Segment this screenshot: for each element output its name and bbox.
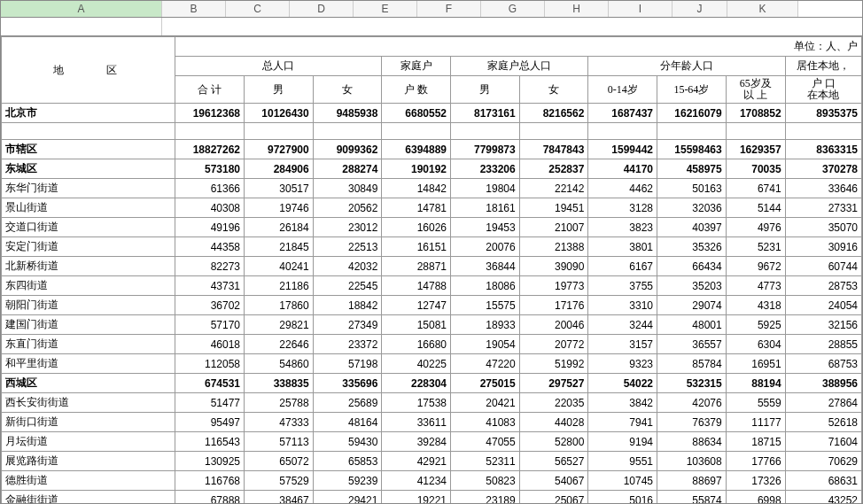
cell-value[interactable]: 18827262 (175, 140, 245, 159)
cell-value[interactable] (785, 123, 861, 140)
cell-value[interactable]: 59239 (313, 471, 382, 491)
cell-region[interactable]: 西长安街街道 (2, 393, 175, 413)
cell-value[interactable]: 9099362 (313, 140, 382, 159)
cell-value[interactable]: 65072 (245, 452, 314, 471)
cell-value[interactable]: 17860 (245, 296, 314, 315)
cell-value[interactable]: 41083 (451, 413, 520, 432)
cell-value[interactable]: 57529 (245, 471, 314, 491)
cell-value[interactable]: 14781 (382, 198, 451, 218)
cell-value[interactable]: 70035 (726, 159, 785, 179)
cell-value[interactable]: 27864 (785, 393, 861, 413)
cell-value[interactable]: 65853 (313, 452, 382, 471)
cell-value[interactable]: 7847843 (519, 140, 588, 159)
cell-value[interactable]: 35070 (785, 218, 861, 237)
cell-value[interactable]: 66434 (657, 257, 727, 276)
cell-value[interactable]: 3157 (588, 335, 657, 354)
cell-value[interactable]: 85784 (657, 354, 727, 374)
cell-value[interactable]: 1599442 (588, 140, 657, 159)
cell-value[interactable]: 23372 (313, 335, 382, 354)
cell-value[interactable]: 36702 (175, 296, 245, 315)
cell-value[interactable]: 15598463 (657, 140, 727, 159)
cell-value[interactable]: 9194 (588, 432, 657, 452)
cell-value[interactable]: 16026 (382, 218, 451, 237)
cell-value[interactable]: 30916 (785, 237, 861, 257)
cell-value[interactable]: 3801 (588, 237, 657, 257)
cell-value[interactable]: 8363315 (785, 140, 861, 159)
cell-value[interactable]: 36557 (657, 335, 727, 354)
cell-value[interactable]: 15575 (451, 296, 520, 315)
cell-value[interactable]: 3755 (588, 276, 657, 296)
cell-value[interactable] (313, 123, 382, 140)
cell-value[interactable]: 19746 (245, 198, 314, 218)
cell-value[interactable]: 68631 (785, 471, 861, 491)
cell-value[interactable]: 67888 (175, 491, 245, 503)
cell-region[interactable]: 展览路街道 (2, 452, 175, 471)
cell-value[interactable]: 6680552 (382, 104, 451, 123)
cell-value[interactable]: 9727900 (245, 140, 314, 159)
cell-value[interactable]: 7941 (588, 413, 657, 432)
cell-value[interactable]: 5231 (726, 237, 785, 257)
cell-value[interactable]: 4773 (726, 276, 785, 296)
col-header-H[interactable]: H (545, 1, 609, 17)
cell-value[interactable]: 50163 (657, 179, 727, 198)
cell-value[interactable]: 3244 (588, 315, 657, 335)
cell-value[interactable]: 47055 (451, 432, 520, 452)
cell-value[interactable]: 48001 (657, 315, 727, 335)
cell-value[interactable]: 6998 (726, 491, 785, 503)
cell-value[interactable]: 42921 (382, 452, 451, 471)
cell-value[interactable]: 1687437 (588, 104, 657, 123)
cell-value[interactable]: 20076 (451, 237, 520, 257)
cell-value[interactable]: 8173161 (451, 104, 520, 123)
cell-value[interactable]: 5559 (726, 393, 785, 413)
col-header-K[interactable]: K (727, 1, 798, 17)
cell-region[interactable]: 月坛街道 (2, 432, 175, 452)
cell-value[interactable]: 15081 (382, 315, 451, 335)
cell-region[interactable]: 东四街道 (2, 276, 175, 296)
cell-value[interactable]: 56527 (519, 452, 588, 471)
cell-value[interactable]: 57198 (313, 354, 382, 374)
cell-value[interactable]: 27349 (313, 315, 382, 335)
col-header-D[interactable]: D (290, 1, 354, 17)
cell-value[interactable]: 52800 (519, 432, 588, 452)
cell-value[interactable] (726, 123, 785, 140)
cell-value[interactable]: 10745 (588, 471, 657, 491)
cell-value[interactable]: 19054 (451, 335, 520, 354)
cell-value[interactable]: 19773 (519, 276, 588, 296)
col-header-B[interactable]: B (162, 1, 226, 17)
cell-value[interactable]: 59430 (313, 432, 382, 452)
cell-value[interactable]: 12747 (382, 296, 451, 315)
cell-value[interactable]: 3823 (588, 218, 657, 237)
cell-region[interactable]: 景山街道 (2, 198, 175, 218)
cell-value[interactable]: 48164 (313, 413, 382, 432)
cell-value[interactable]: 20562 (313, 198, 382, 218)
cell-value[interactable]: 47220 (451, 354, 520, 374)
cell-value[interactable]: 20772 (519, 335, 588, 354)
cell-region[interactable]: 新街口街道 (2, 413, 175, 432)
cell-value[interactable]: 76379 (657, 413, 727, 432)
cell-value[interactable]: 25788 (245, 393, 314, 413)
cell-value[interactable]: 54067 (519, 471, 588, 491)
cell-value[interactable]: 42076 (657, 393, 727, 413)
cell-region[interactable]: 市辖区 (2, 140, 175, 159)
cell-value[interactable]: 21007 (519, 218, 588, 237)
col-header-C[interactable]: C (226, 1, 290, 17)
cell-value[interactable]: 20046 (519, 315, 588, 335)
cell-value[interactable]: 103608 (657, 452, 727, 471)
cell-value[interactable]: 288274 (313, 159, 382, 179)
cell-value[interactable]: 3310 (588, 296, 657, 315)
cell-region[interactable]: 安定门街道 (2, 237, 175, 257)
cell-value[interactable]: 51992 (519, 354, 588, 374)
cell-value[interactable]: 4976 (726, 218, 785, 237)
cell-value[interactable]: 43252 (785, 491, 861, 503)
cell-value[interactable]: 1629357 (726, 140, 785, 159)
cell-value[interactable]: 458975 (657, 159, 727, 179)
cell-value[interactable]: 19451 (519, 198, 588, 218)
cell-value[interactable]: 25689 (313, 393, 382, 413)
cell-region[interactable]: 北新桥街道 (2, 257, 175, 276)
cell-value[interactable]: 88697 (657, 471, 727, 491)
cell-region[interactable]: 东城区 (2, 159, 175, 179)
cell-value[interactable]: 39090 (519, 257, 588, 276)
cell-region[interactable]: 和平里街道 (2, 354, 175, 374)
cell-value[interactable]: 14842 (382, 179, 451, 198)
cell-value[interactable]: 388956 (785, 374, 861, 393)
